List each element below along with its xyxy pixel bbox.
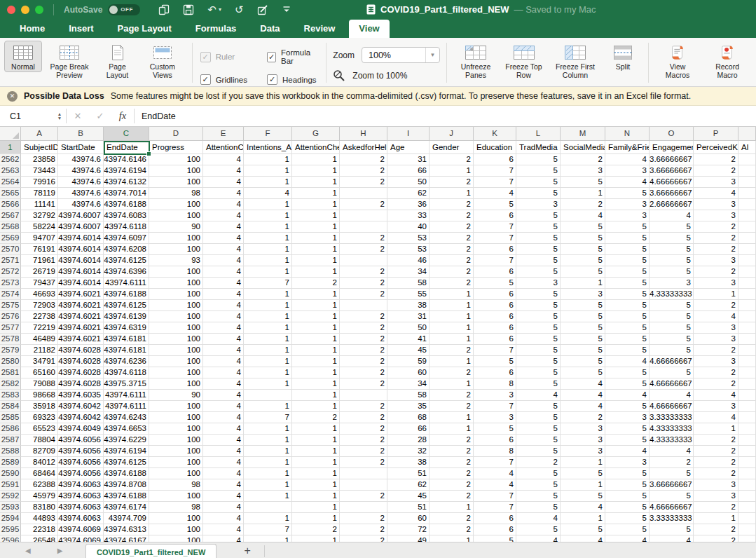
cell[interactable]: 43974.6111 [104, 390, 149, 401]
cell[interactable]: 4 [203, 524, 244, 535]
chevron-down-icon[interactable]: ▼ [425, 48, 439, 62]
cell[interactable]: 100 [149, 435, 203, 446]
row-header-2594[interactable]: 2594 [0, 513, 21, 524]
column-header-J[interactable]: J [429, 127, 474, 141]
cell[interactable]: 100 [149, 401, 203, 412]
name-box-stepper[interactable]: ▲▼ [53, 106, 66, 126]
cell[interactable]: 4 [203, 322, 244, 334]
cell[interactable]: 5 [516, 255, 561, 266]
cell[interactable] [738, 221, 756, 233]
cell[interactable]: 1 [244, 221, 292, 233]
cell[interactable]: 6 [474, 300, 516, 311]
row-header-2580[interactable]: 2580 [0, 356, 21, 367]
cell[interactable]: 43974.6069 [58, 524, 104, 535]
cell[interactable]: 5 [605, 423, 650, 435]
cell[interactable]: 2 [694, 345, 738, 356]
cell[interactable]: 43974.6146 [104, 154, 149, 165]
cell[interactable]: 5 [650, 244, 694, 255]
cell[interactable]: 1 [292, 345, 340, 356]
cell[interactable]: 5 [650, 233, 694, 244]
cell[interactable]: 79437 [21, 278, 58, 289]
cell[interactable]: 5 [561, 233, 605, 244]
cell[interactable]: 100 [149, 423, 203, 435]
freeze-top-row-button[interactable]: Freeze Top Row [501, 41, 547, 81]
custom-views-button[interactable]: Custom Views [139, 41, 186, 81]
cell[interactable]: 2 [561, 154, 605, 165]
cell[interactable]: 73443 [21, 165, 58, 177]
cell[interactable]: 1 [292, 378, 340, 390]
cell[interactable]: 1 [244, 300, 292, 311]
cell[interactable]: 4 [650, 390, 694, 401]
cell[interactable]: 5 [605, 513, 650, 524]
cell[interactable]: 1 [429, 423, 474, 435]
cell[interactable] [738, 188, 756, 199]
insert-function-icon[interactable]: fx [111, 106, 134, 126]
cell[interactable]: 82709 [21, 446, 58, 457]
cell[interactable]: 3 [650, 278, 694, 289]
minimize-window-button[interactable] [21, 6, 29, 14]
cell[interactable]: 5 [650, 266, 694, 278]
checkbox-box-icon[interactable]: ✓ [267, 74, 277, 85]
cell[interactable]: 1 [244, 165, 292, 177]
row-header-2567[interactable]: 2567 [0, 210, 21, 221]
cell[interactable]: 2 [429, 221, 474, 233]
cell[interactable]: 28 [387, 435, 429, 446]
cell[interactable]: 7 [244, 412, 292, 423]
cell[interactable]: 76191 [21, 244, 58, 255]
cell[interactable]: 43974.6021 [58, 311, 104, 322]
cell[interactable]: 1 [292, 401, 340, 412]
cell[interactable] [738, 524, 756, 535]
cell[interactable]: 4 [605, 390, 650, 401]
cell[interactable] [738, 266, 756, 278]
ribbon-tab-insert[interactable]: Insert [59, 20, 103, 38]
row-header-2573[interactable]: 2573 [0, 278, 21, 289]
cell[interactable]: 43974.6118 [104, 221, 149, 233]
cell[interactable]: 5 [650, 221, 694, 233]
cell[interactable]: 41 [387, 334, 429, 345]
cell[interactable]: 1 [292, 446, 340, 457]
page-break-preview-button[interactable]: Page Break Preview [43, 41, 95, 81]
column-header-K[interactable]: K [474, 127, 516, 141]
cell[interactable]: 1 [429, 412, 474, 423]
cell[interactable]: 6 [474, 524, 516, 535]
cell[interactable]: 1 [244, 322, 292, 334]
cell[interactable]: 4 [605, 154, 650, 165]
row-header-2587[interactable]: 2587 [0, 435, 21, 446]
cell[interactable]: 4.33333333 [650, 423, 694, 435]
cell[interactable]: 3 [694, 255, 738, 266]
cell[interactable]: 2 [340, 401, 387, 412]
cell[interactable]: 1 [292, 491, 340, 502]
cell[interactable]: 1 [292, 435, 340, 446]
cell[interactable]: 4 [203, 177, 244, 188]
cell[interactable]: 8 [474, 446, 516, 457]
cell[interactable]: 5 [561, 334, 605, 345]
cell[interactable]: 3 [605, 165, 650, 177]
cell[interactable]: 2 [694, 233, 738, 244]
cell[interactable]: 43974.6319 [104, 322, 149, 334]
cell[interactable]: 4 [650, 535, 694, 542]
cell[interactable]: 2 [561, 199, 605, 210]
cell[interactable]: 79088 [21, 378, 58, 390]
cell[interactable]: 4 [561, 502, 605, 513]
cell[interactable]: 2 [340, 154, 387, 165]
cell[interactable]: 2 [340, 435, 387, 446]
cell[interactable] [340, 468, 387, 479]
cell[interactable]: 6 [474, 322, 516, 334]
cell[interactable]: 2 [429, 524, 474, 535]
cell[interactable]: 5 [516, 233, 561, 244]
cell[interactable]: 43974.6118 [104, 367, 149, 378]
cell[interactable]: 5 [516, 423, 561, 435]
cell[interactable]: 43974.6063 [58, 479, 104, 491]
cell[interactable]: 43974.6028 [58, 345, 104, 356]
cell[interactable]: 4 [203, 479, 244, 491]
warning-close-icon[interactable]: ✕ [7, 91, 18, 102]
cell[interactable]: 43974.6181 [104, 345, 149, 356]
cell[interactable]: 6 [474, 367, 516, 378]
cell[interactable]: 4 [561, 390, 605, 401]
cell[interactable]: 4 [203, 334, 244, 345]
cell[interactable]: 78804 [21, 435, 58, 446]
cell[interactable]: 5 [605, 345, 650, 356]
cell[interactable]: 5 [516, 378, 561, 390]
cell[interactable]: 38 [387, 300, 429, 311]
cell[interactable]: 100 [149, 446, 203, 457]
